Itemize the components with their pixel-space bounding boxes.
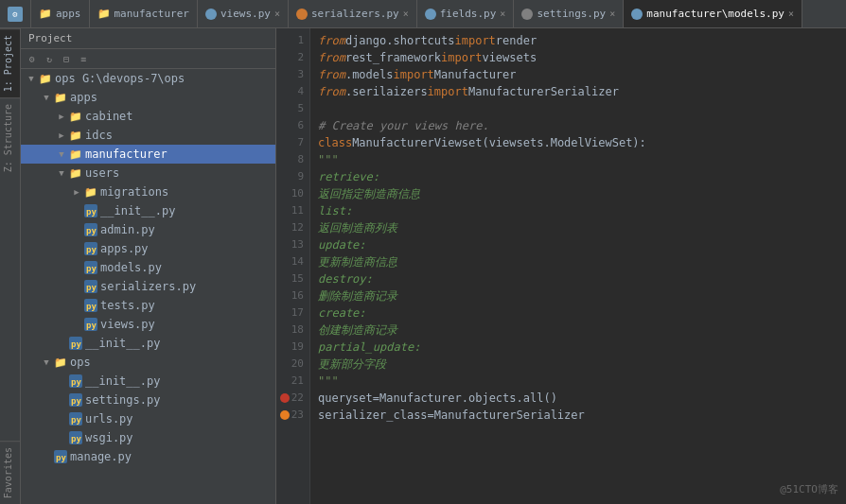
tree-item-init-py-3[interactable]: py__init__.py: [21, 372, 275, 391]
code-area[interactable]: from django.shortcuts import renderfrom …: [310, 28, 846, 504]
tree-arrow-icon: ▼: [25, 72, 38, 85]
serializers-dot-icon: [296, 9, 308, 20]
tree-arrow-icon: [55, 337, 68, 350]
tree-item-urls-py[interactable]: pyurls.py: [21, 409, 275, 428]
views-dot-icon: [205, 9, 217, 20]
line-number-23: 23: [276, 407, 309, 424]
tree-item-manufacturer-folder[interactable]: ▼📁manufacturer: [21, 145, 275, 164]
tree-item-admin-py[interactable]: pyadmin.py: [21, 220, 275, 239]
folder-icon: 📁: [68, 165, 83, 181]
tree-item-label: apps.py: [100, 242, 149, 255]
tab-label: views.py: [220, 8, 271, 20]
close-icon[interactable]: ×: [274, 9, 280, 19]
tree-item-settings-py[interactable]: pysettings.py: [21, 391, 275, 409]
tree-item-wsgi-py[interactable]: pywsgi.py: [21, 428, 275, 447]
code-line-2: from rest_framework import viewsets: [318, 49, 838, 66]
tree-item-ops-root[interactable]: ▼📁ops G:\devops-7\ops: [21, 69, 275, 88]
tab-label: manufacturer: [115, 8, 189, 20]
close-icon[interactable]: ×: [403, 9, 409, 19]
tree-item-label: tests.py: [100, 299, 155, 312]
tree-arrow-icon: ▼: [40, 356, 53, 369]
close-icon[interactable]: ×: [788, 9, 794, 19]
tab-manufacturer-tab[interactable]: 📁manufacturer: [90, 0, 198, 27]
collapse-icon[interactable]: ⊟: [59, 51, 74, 66]
editor-content: 1234567891011121314151617181920212223 fr…: [276, 28, 846, 504]
favorites-tab[interactable]: Favorites: [0, 441, 20, 504]
tab-fields-tab[interactable]: fields.py×: [417, 0, 515, 27]
tab-models-tab[interactable]: manufacturer\models.py×: [624, 0, 802, 27]
tree-item-init-py-1[interactable]: py__init__.py: [21, 201, 275, 220]
code-line-17: create:: [318, 304, 838, 322]
tree-item-label: manage.py: [70, 450, 132, 463]
folder-icon: 📁: [97, 8, 111, 20]
app-icon: ⚙: [8, 7, 23, 22]
tree-item-apps-py[interactable]: pyapps.py: [21, 239, 275, 258]
tree-item-apps-folder[interactable]: ▼📁apps: [21, 88, 275, 107]
settings2-icon[interactable]: ≡: [76, 51, 91, 66]
python-file-icon: py: [83, 222, 98, 237]
tree-item-ops-folder[interactable]: ▼📁ops: [21, 353, 275, 372]
tree-item-users-folder[interactable]: ▼📁users: [21, 164, 275, 182]
tree-arrow-icon: [70, 318, 83, 331]
line-number-6: 6: [276, 117, 309, 134]
folder-icon: 📁: [68, 128, 83, 143]
project-panel: Project ⚙ ↻ ⊟ ≡ ▼📁ops G:\devops-7\ops▼📁a…: [21, 28, 276, 504]
code-line-20: 更新部分字段: [318, 356, 838, 373]
tree-item-label: users: [85, 166, 119, 180]
code-line-19: partial_update:: [318, 339, 838, 356]
svg-text:py: py: [71, 339, 81, 349]
close-icon[interactable]: ×: [500, 9, 505, 19]
svg-text:py: py: [86, 207, 97, 217]
tree-item-label: apps: [70, 91, 97, 104]
python-file-icon: py: [68, 336, 83, 351]
structure-tab[interactable]: Z: Structure: [0, 97, 20, 178]
code-line-18: 创建制造商记录: [318, 322, 838, 339]
tab-views-tab[interactable]: views.py×: [198, 0, 289, 27]
line-number-8: 8: [276, 151, 309, 168]
code-line-22: queryset = Manufacturer.objects.all(): [318, 390, 838, 407]
code-editor: 1234567891011121314151617181920212223 fr…: [276, 28, 846, 504]
tree-item-init-py-2[interactable]: py__init__.py: [21, 334, 275, 353]
tree-item-manage-py[interactable]: pymanage.py: [21, 447, 275, 466]
tab-serializers-tab[interactable]: serializers.py×: [289, 0, 417, 27]
fields-dot-icon: [425, 9, 436, 20]
tree-item-models-py[interactable]: pymodels.py: [21, 258, 275, 277]
tab-settings-tab[interactable]: settings.py×: [514, 0, 624, 27]
tree-item-label: admin.py: [100, 223, 155, 236]
sync-icon[interactable]: ↻: [42, 51, 57, 66]
tree-item-label: __init__.py: [85, 374, 160, 388]
tree-item-migrations-folder[interactable]: ▶📁migrations: [21, 182, 275, 201]
svg-text:py: py: [86, 302, 97, 311]
models-dot-icon: [631, 9, 643, 20]
python-file-icon: py: [68, 374, 83, 389]
tab-apps-tab[interactable]: 📁apps: [31, 0, 90, 27]
tree-item-label: models.py: [100, 261, 162, 274]
tree-arrow-icon: [70, 242, 83, 255]
code-line-16: 删除制造商记录: [318, 287, 838, 304]
line-numbers: 1234567891011121314151617181920212223: [276, 28, 310, 504]
tree-item-cabinet-folder[interactable]: ▶📁cabinet: [21, 107, 275, 126]
python-file-icon: py: [68, 411, 83, 426]
tree-item-tests-py[interactable]: pytests.py: [21, 296, 275, 315]
project-tab[interactable]: 1: Project: [0, 28, 20, 97]
tree-item-serializers-py[interactable]: pyserializers.py: [21, 277, 275, 296]
tree-arrow-icon: [55, 431, 68, 444]
line-number-10: 10: [276, 185, 309, 202]
code-line-11: list:: [318, 202, 838, 219]
folder-icon: 📁: [83, 184, 98, 200]
folder-icon: 📁: [39, 8, 52, 20]
svg-text:py: py: [86, 283, 97, 292]
tree-item-idcs-folder[interactable]: ▶📁idcs: [21, 126, 275, 145]
tab-label: fields.py: [440, 8, 497, 20]
code-line-6: # Create your views here.: [318, 117, 838, 134]
code-line-13: update:: [318, 236, 838, 253]
tree-item-views-py[interactable]: pyviews.py: [21, 315, 275, 334]
line-number-5: 5: [276, 100, 309, 117]
tree-item-label: idcs: [85, 129, 113, 142]
close-icon[interactable]: ×: [609, 9, 615, 19]
code-line-10: 返回指定制造商信息: [318, 185, 838, 202]
gear-icon[interactable]: ⚙: [25, 51, 40, 66]
tree-item-label: migrations: [100, 185, 168, 199]
tab-label: apps: [56, 8, 81, 20]
tree-item-label: wsgi.py: [85, 431, 133, 444]
